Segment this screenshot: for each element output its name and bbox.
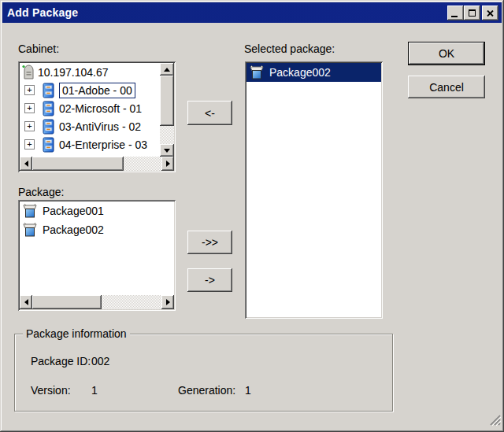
move-left-button[interactable]: <-	[187, 101, 232, 125]
window-title: Add Package	[7, 6, 78, 19]
tree-root-label: 10.197.104.67	[38, 66, 109, 79]
arrow-left-icon	[24, 161, 28, 167]
cabinet-icon	[40, 137, 56, 153]
package-horizontal-scrollbar[interactable]	[20, 295, 174, 309]
package-id-label: Package ID:	[31, 355, 91, 367]
package-name: Package001	[43, 205, 104, 217]
arrow-left-icon	[24, 299, 28, 305]
version-label: Version:	[31, 384, 71, 397]
scroll-right-button[interactable]	[161, 295, 174, 309]
cabinet-vertical-scrollbar[interactable]	[160, 63, 174, 157]
close-icon	[487, 10, 494, 17]
move-right-button[interactable]: ->	[187, 268, 232, 292]
package-row[interactable]: Package001	[20, 201, 174, 220]
selected-package-list[interactable]: Package002	[245, 61, 383, 319]
cabinet-tree-rows: 10.197.104.67 + 01-Adob	[20, 63, 160, 157]
cabinet-icon	[40, 101, 56, 116]
package-row[interactable]: Package002	[20, 220, 174, 239]
scroll-thumb[interactable]	[32, 157, 124, 171]
package-information-groupbox: Package information Package ID: 002 Vers…	[14, 334, 393, 412]
cabinet-horizontal-scrollbar[interactable]	[20, 157, 174, 171]
version-value: 1	[91, 384, 98, 397]
minimize-icon	[451, 16, 458, 17]
expand-plus-icon[interactable]: +	[24, 139, 35, 150]
ok-button[interactable]: OK	[408, 42, 485, 65]
resize-grip[interactable]	[487, 412, 501, 429]
arrow-down-icon	[164, 149, 170, 153]
maximize-icon	[469, 9, 476, 17]
tree-item[interactable]: + 04-Enterprise - 03	[20, 135, 160, 153]
scroll-down-button[interactable]	[160, 144, 174, 157]
package-rows: Package001 Package002	[20, 201, 174, 295]
generation-label: Generation:	[178, 384, 235, 397]
tree-item-label[interactable]: 02-Microsoft - 01	[59, 102, 142, 115]
tree-item[interactable]: + 01-Adobe - 00	[20, 81, 160, 99]
maximize-button[interactable]	[464, 6, 480, 20]
selected-package-rows: Package002	[246, 63, 381, 317]
scroll-thumb[interactable]	[160, 76, 174, 126]
tree-item-label[interactable]: 04-Enterprise - 03	[59, 138, 147, 151]
server-icon	[21, 65, 36, 80]
scroll-thumb[interactable]	[32, 295, 102, 309]
package-information-title: Package information	[23, 327, 130, 340]
cancel-button[interactable]: Cancel	[408, 76, 485, 98]
minimize-button[interactable]	[447, 6, 464, 20]
tree-item[interactable]: + 02-Microsoft - 01	[20, 99, 160, 117]
cabinet-icon	[40, 119, 56, 135]
cabinet-label: Cabinet:	[18, 42, 59, 55]
cabinet-icon	[40, 83, 56, 98]
titlebar-buttons	[447, 6, 498, 20]
arrow-right-icon	[166, 161, 170, 167]
tree-item-label[interactable]: 03-AntiVirus - 02	[59, 120, 141, 133]
package-icon	[249, 65, 265, 80]
selected-package-row[interactable]: Package002	[246, 63, 381, 82]
titlebar[interactable]: Add Package	[2, 2, 502, 23]
package-icon	[22, 222, 38, 238]
package-name: Package002	[43, 223, 104, 236]
scroll-left-button[interactable]	[20, 157, 32, 171]
scroll-right-button[interactable]	[161, 157, 174, 171]
add-package-dialog: Add Package Cabinet:	[0, 0, 504, 432]
scroll-left-button[interactable]	[20, 295, 32, 309]
package-icon	[22, 203, 38, 219]
package-id-value: 002	[91, 355, 109, 367]
selected-package-label: Selected package:	[244, 42, 335, 55]
arrow-up-icon	[164, 68, 170, 72]
expand-plus-icon[interactable]: +	[24, 85, 35, 95]
expand-plus-icon[interactable]: +	[24, 103, 35, 113]
close-button[interactable]	[482, 6, 498, 20]
cabinet-tree[interactable]: 10.197.104.67 + 01-Adob	[18, 61, 176, 172]
move-all-right-button[interactable]: ->>	[187, 231, 232, 254]
package-label: Package:	[18, 186, 64, 198]
tree-item[interactable]: + 03-AntiVirus - 02	[20, 117, 160, 135]
expand-plus-icon[interactable]: +	[24, 121, 35, 131]
tree-item-label-focused[interactable]: 01-Adobe - 00	[59, 83, 135, 98]
arrow-right-icon	[166, 299, 170, 305]
package-list[interactable]: Package001 Package002	[18, 200, 176, 311]
scroll-up-button[interactable]	[160, 63, 174, 76]
generation-value: 1	[245, 384, 251, 397]
tree-root-row[interactable]: 10.197.104.67	[20, 63, 160, 81]
selected-package-name: Package002	[269, 66, 331, 79]
